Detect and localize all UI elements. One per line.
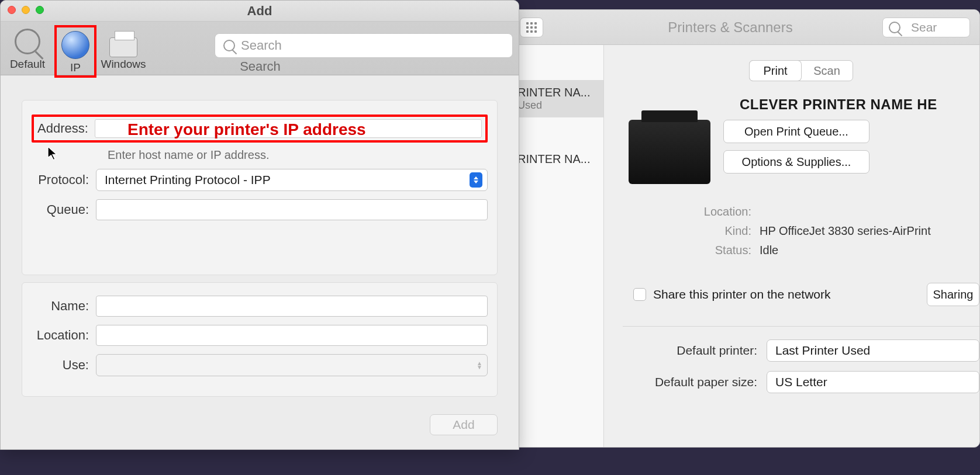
address-highlight-annotation: Address: Enter your printer's IP address <box>32 115 488 143</box>
address-input[interactable] <box>95 119 482 138</box>
share-printer-label: Share this printer on the network <box>653 287 831 301</box>
add-printer-window: Add Default IP Windows Search Search Add… <box>0 0 519 450</box>
printer-name-heading: CLEVER PRINTER NAME HE <box>740 96 979 113</box>
protocol-label: Protocol: <box>32 172 96 188</box>
location-input[interactable] <box>96 325 488 346</box>
status-label: Status: <box>693 244 751 257</box>
default-paper-value: US Letter <box>775 375 827 389</box>
kind-value: HP OfficeJet 3830 series-AirPrint <box>760 224 931 238</box>
chevron-updown-icon <box>470 172 482 188</box>
divider <box>623 326 979 327</box>
printer-list-sidebar: RINTER NA... Used RINTER NA... <box>510 45 604 447</box>
search-icon <box>889 22 900 33</box>
print-scan-segmented[interactable]: Print Scan <box>749 60 853 81</box>
location-label: Location: <box>32 328 96 343</box>
name-input[interactable] <box>96 296 488 317</box>
default-printer-label: Default printer: <box>640 344 757 358</box>
search-icon <box>223 40 235 51</box>
minimize-button[interactable] <box>22 6 30 14</box>
toolbar-search-label: Search <box>1 59 519 74</box>
ps-toolbar: Printers & Scanners Sear <box>510 10 979 45</box>
window-controls <box>8 6 44 14</box>
zoom-button[interactable] <box>36 6 44 14</box>
printer-icon <box>109 37 137 57</box>
add-button[interactable]: Add <box>430 414 498 435</box>
segment-print[interactable]: Print <box>750 61 801 81</box>
printer-list-item[interactable]: RINTER NA... <box>510 147 603 172</box>
printer-item-sub: Used <box>517 99 596 112</box>
printer-image <box>629 120 710 184</box>
printer-item-title: RINTER NA... <box>517 152 596 166</box>
name-label: Name: <box>32 299 96 314</box>
share-printer-checkbox[interactable] <box>633 288 646 301</box>
printer-list-item[interactable]: RINTER NA... Used <box>510 80 603 117</box>
chevron-updown-icon: ▲▼ <box>477 361 482 369</box>
printer-details-panel: Name: Location: Use: ▲▼ <box>22 282 498 397</box>
address-hint: Enter host name or IP address. <box>108 148 488 162</box>
segment-scan[interactable]: Scan <box>801 61 853 81</box>
status-value: Idle <box>760 244 778 257</box>
open-print-queue-button[interactable]: Open Print Queue... <box>723 120 869 143</box>
printers-scanners-window: Printers & Scanners Sear RINTER NA... Us… <box>510 9 980 448</box>
magnifier-icon <box>15 29 40 54</box>
ip-config-panel: Address: Enter your printer's IP address… <box>22 100 498 275</box>
location-label: Location: <box>693 205 751 219</box>
queue-input[interactable] <box>96 199 488 220</box>
toolbar-search-field[interactable]: Search <box>215 33 513 58</box>
options-supplies-button[interactable]: Options & Supplies... <box>723 150 869 174</box>
titlebar: Add <box>1 1 519 22</box>
apps-grid-button[interactable] <box>520 18 543 37</box>
use-label: Use: <box>32 358 96 373</box>
ps-window-title: Printers & Scanners <box>586 19 874 36</box>
kind-label: Kind: <box>693 224 751 238</box>
printer-item-title: RINTER NA... <box>517 86 596 99</box>
default-printer-select[interactable]: Last Printer Used <box>767 339 979 362</box>
queue-label: Queue: <box>32 202 96 217</box>
use-select[interactable]: ▲▼ <box>96 354 488 376</box>
address-label: Address: <box>37 121 95 136</box>
protocol-value: Internet Printing Protocol - IPP <box>105 173 271 187</box>
default-printer-value: Last Printer Used <box>775 344 870 358</box>
close-button[interactable] <box>8 6 16 14</box>
default-paper-select[interactable]: US Letter <box>767 371 979 393</box>
ps-search-placeholder: Sear <box>911 20 937 34</box>
protocol-select[interactable]: Internet Printing Protocol - IPP <box>96 169 488 191</box>
default-paper-label: Default paper size: <box>640 375 757 389</box>
globe-icon <box>61 31 89 59</box>
sharing-preferences-button[interactable]: Sharing <box>927 283 979 306</box>
window-title: Add <box>247 4 272 19</box>
search-placeholder: Search <box>241 38 282 53</box>
ps-search-field[interactable]: Sear <box>882 18 970 37</box>
